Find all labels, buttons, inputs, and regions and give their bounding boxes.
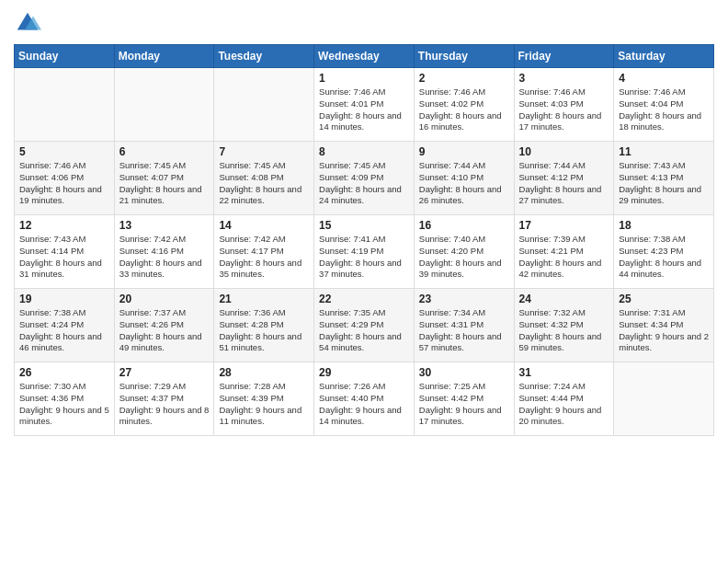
day-info: Sunrise: 7:42 AMSunset: 4:16 PMDaylight:… (119, 234, 210, 281)
day-info: Sunrise: 7:46 AMSunset: 4:04 PMDaylight:… (619, 86, 709, 133)
calendar-cell (214, 68, 314, 142)
calendar-cell: 24Sunrise: 7:32 AMSunset: 4:32 PMDayligh… (514, 289, 614, 362)
day-info: Sunrise: 7:29 AMSunset: 4:37 PMDaylight:… (119, 381, 210, 428)
day-info: Sunrise: 7:43 AMSunset: 4:13 PMDaylight:… (619, 160, 709, 207)
calendar-table: SundayMondayTuesdayWednesdayThursdayFrid… (14, 44, 714, 436)
day-number: 4 (619, 72, 709, 85)
day-number: 24 (519, 293, 609, 305)
day-number: 31 (519, 366, 609, 379)
day-info: Sunrise: 7:28 AMSunset: 4:39 PMDaylight:… (219, 381, 309, 428)
day-number: 9 (419, 145, 509, 158)
calendar-cell: 31Sunrise: 7:24 AMSunset: 4:44 PMDayligh… (514, 362, 614, 436)
day-info: Sunrise: 7:26 AMSunset: 4:40 PMDaylight:… (319, 381, 409, 428)
day-number: 22 (319, 293, 409, 305)
day-number: 27 (119, 366, 210, 379)
calendar-week-row: 1Sunrise: 7:46 AMSunset: 4:01 PMDaylight… (15, 68, 714, 142)
day-number: 6 (119, 145, 210, 158)
calendar-cell: 21Sunrise: 7:36 AMSunset: 4:28 PMDayligh… (214, 289, 314, 362)
calendar-cell: 7Sunrise: 7:45 AMSunset: 4:08 PMDaylight… (214, 142, 314, 215)
day-info: Sunrise: 7:46 AMSunset: 4:01 PMDaylight:… (319, 86, 409, 133)
day-number: 30 (419, 366, 509, 379)
day-number: 14 (219, 219, 309, 232)
day-info: Sunrise: 7:36 AMSunset: 4:28 PMDaylight:… (219, 307, 309, 354)
calendar-cell: 18Sunrise: 7:38 AMSunset: 4:23 PMDayligh… (614, 215, 714, 289)
calendar-cell: 17Sunrise: 7:39 AMSunset: 4:21 PMDayligh… (514, 215, 614, 289)
day-number: 11 (619, 145, 709, 158)
calendar-cell: 13Sunrise: 7:42 AMSunset: 4:16 PMDayligh… (114, 215, 214, 289)
calendar-header-sunday: Sunday (15, 45, 115, 68)
day-number: 5 (19, 145, 109, 158)
day-info: Sunrise: 7:34 AMSunset: 4:31 PMDaylight:… (419, 307, 509, 354)
calendar-cell: 20Sunrise: 7:37 AMSunset: 4:26 PMDayligh… (114, 289, 214, 362)
calendar-cell (15, 68, 115, 142)
calendar-header-monday: Monday (114, 45, 214, 68)
day-info: Sunrise: 7:44 AMSunset: 4:10 PMDaylight:… (419, 160, 509, 207)
day-number: 26 (19, 366, 109, 379)
calendar-cell: 12Sunrise: 7:43 AMSunset: 4:14 PMDayligh… (15, 215, 115, 289)
day-info: Sunrise: 7:32 AMSunset: 4:32 PMDaylight:… (519, 307, 609, 354)
day-info: Sunrise: 7:38 AMSunset: 4:23 PMDaylight:… (619, 234, 709, 281)
calendar-cell: 19Sunrise: 7:38 AMSunset: 4:24 PMDayligh… (15, 289, 115, 362)
day-info: Sunrise: 7:43 AMSunset: 4:14 PMDaylight:… (19, 234, 109, 281)
calendar-cell: 23Sunrise: 7:34 AMSunset: 4:31 PMDayligh… (414, 289, 514, 362)
calendar-week-row: 19Sunrise: 7:38 AMSunset: 4:24 PMDayligh… (15, 289, 714, 362)
calendar-cell: 5Sunrise: 7:46 AMSunset: 4:06 PMDaylight… (15, 142, 115, 215)
day-info: Sunrise: 7:39 AMSunset: 4:21 PMDaylight:… (519, 234, 609, 281)
day-info: Sunrise: 7:44 AMSunset: 4:12 PMDaylight:… (519, 160, 609, 207)
page-header (14, 9, 714, 37)
day-info: Sunrise: 7:35 AMSunset: 4:29 PMDaylight:… (319, 307, 409, 354)
calendar-cell: 6Sunrise: 7:45 AMSunset: 4:07 PMDaylight… (114, 142, 214, 215)
calendar-header-saturday: Saturday (614, 45, 714, 68)
day-info: Sunrise: 7:25 AMSunset: 4:42 PMDaylight:… (419, 381, 509, 428)
day-info: Sunrise: 7:46 AMSunset: 4:03 PMDaylight:… (519, 86, 609, 133)
calendar-cell (614, 362, 714, 436)
calendar-cell: 8Sunrise: 7:45 AMSunset: 4:09 PMDaylight… (314, 142, 415, 215)
calendar-cell: 4Sunrise: 7:46 AMSunset: 4:04 PMDaylight… (614, 68, 714, 142)
calendar-cell (114, 68, 214, 142)
calendar-cell: 2Sunrise: 7:46 AMSunset: 4:02 PMDaylight… (414, 68, 514, 142)
day-info: Sunrise: 7:46 AMSunset: 4:02 PMDaylight:… (419, 86, 509, 133)
day-number: 23 (419, 293, 509, 305)
logo-icon (14, 9, 41, 37)
calendar-week-row: 12Sunrise: 7:43 AMSunset: 4:14 PMDayligh… (15, 215, 714, 289)
day-info: Sunrise: 7:24 AMSunset: 4:44 PMDaylight:… (519, 381, 609, 428)
day-info: Sunrise: 7:45 AMSunset: 4:09 PMDaylight:… (319, 160, 409, 207)
day-number: 25 (619, 293, 709, 305)
calendar-week-row: 26Sunrise: 7:30 AMSunset: 4:36 PMDayligh… (15, 362, 714, 436)
day-number: 21 (219, 293, 309, 305)
day-number: 17 (519, 219, 609, 232)
calendar-header-friday: Friday (514, 45, 614, 68)
day-info: Sunrise: 7:42 AMSunset: 4:17 PMDaylight:… (219, 234, 309, 281)
calendar-cell: 29Sunrise: 7:26 AMSunset: 4:40 PMDayligh… (314, 362, 415, 436)
calendar-cell: 22Sunrise: 7:35 AMSunset: 4:29 PMDayligh… (314, 289, 415, 362)
calendar-cell: 9Sunrise: 7:44 AMSunset: 4:10 PMDaylight… (414, 142, 514, 215)
day-number: 2 (419, 72, 509, 85)
day-info: Sunrise: 7:46 AMSunset: 4:06 PMDaylight:… (19, 160, 109, 207)
day-info: Sunrise: 7:40 AMSunset: 4:20 PMDaylight:… (419, 234, 509, 281)
calendar-cell: 15Sunrise: 7:41 AMSunset: 4:19 PMDayligh… (314, 215, 415, 289)
calendar-cell: 10Sunrise: 7:44 AMSunset: 4:12 PMDayligh… (514, 142, 614, 215)
day-info: Sunrise: 7:37 AMSunset: 4:26 PMDaylight:… (119, 307, 210, 354)
calendar-cell: 27Sunrise: 7:29 AMSunset: 4:37 PMDayligh… (114, 362, 214, 436)
calendar-cell: 30Sunrise: 7:25 AMSunset: 4:42 PMDayligh… (414, 362, 514, 436)
day-number: 16 (419, 219, 509, 232)
day-number: 8 (319, 145, 409, 158)
day-number: 19 (19, 293, 109, 305)
day-number: 13 (119, 219, 210, 232)
day-number: 12 (19, 219, 109, 232)
calendar-cell: 3Sunrise: 7:46 AMSunset: 4:03 PMDaylight… (514, 68, 614, 142)
page-container: SundayMondayTuesdayWednesdayThursdayFrid… (0, 0, 728, 445)
day-number: 3 (519, 72, 609, 85)
calendar-week-row: 5Sunrise: 7:46 AMSunset: 4:06 PMDaylight… (15, 142, 714, 215)
day-info: Sunrise: 7:41 AMSunset: 4:19 PMDaylight:… (319, 234, 409, 281)
day-number: 20 (119, 293, 210, 305)
calendar-cell: 11Sunrise: 7:43 AMSunset: 4:13 PMDayligh… (614, 142, 714, 215)
day-info: Sunrise: 7:31 AMSunset: 4:34 PMDaylight:… (619, 307, 709, 354)
day-number: 10 (519, 145, 609, 158)
day-info: Sunrise: 7:38 AMSunset: 4:24 PMDaylight:… (19, 307, 109, 354)
calendar-header-row: SundayMondayTuesdayWednesdayThursdayFrid… (15, 45, 714, 68)
day-number: 29 (319, 366, 409, 379)
calendar-cell: 1Sunrise: 7:46 AMSunset: 4:01 PMDaylight… (314, 68, 415, 142)
calendar-header-thursday: Thursday (414, 45, 514, 68)
calendar-cell: 28Sunrise: 7:28 AMSunset: 4:39 PMDayligh… (214, 362, 314, 436)
